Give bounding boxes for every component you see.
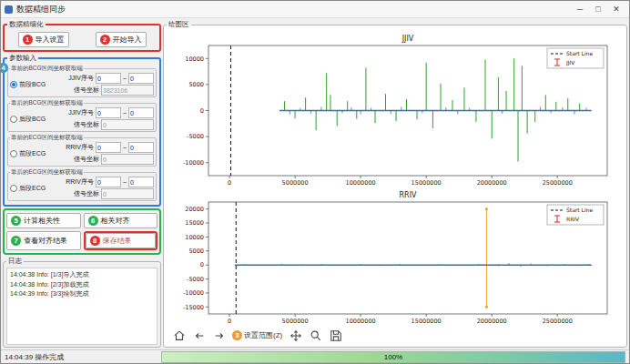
serial-end-input[interactable] [128,107,154,118]
pan-icon[interactable] [289,329,302,342]
signal-coord-input[interactable] [101,85,154,96]
window-title: 数据精细同步 [16,4,571,15]
svg-text:20000000: 20000000 [477,318,507,325]
main-area: 数据精细化 1 导入设置 2 开始导入 参数输入 4 靠前的BCG区间坐标获取 [1,18,629,349]
svg-text:-10000: -10000 [183,159,204,167]
svg-text:5000000: 5000000 [282,318,309,325]
radio-label: 后段ECG [19,184,46,193]
group-log: 日志 14:04:38 Info: [1/3]导入完成 14:04:38 Inf… [3,257,161,348]
home-icon[interactable] [172,329,186,342]
serial-label: RRIV序号 [66,143,94,152]
svg-text:5000000: 5000000 [282,179,309,187]
signal-coord-input[interactable] [101,119,154,130]
svg-text:Start Line: Start Line [566,207,593,213]
signal-coord-input[interactable] [101,188,154,199]
forward-icon[interactable] [212,329,226,342]
step-badge-7: 7 [11,236,21,246]
step-badge-3: 3 [232,330,242,340]
group-plot-area: 绘图区 -10000-50000500010000050000001000000… [163,20,627,348]
plot-toolbar: 3 设置范围(Z) [167,326,624,345]
serial-start-input[interactable] [96,142,121,153]
set-range-control[interactable]: 3 设置范围(Z) [232,330,282,340]
compute-correlation-label: 计算相关性 [24,216,60,226]
radio-label: 前段BCG [19,80,46,89]
log-line: 14:04:38 Info: [1/3]导入完成 [10,270,154,280]
param-group-rear-ecg: 靠后的ECG区间坐标获取端 后段ECG RRIV序号 ~ [7,168,157,201]
radio-rear-ecg[interactable]: 后段ECG [10,184,56,193]
radio-icon[interactable] [10,116,17,123]
param-group-title: 靠前的BCG区间坐标获取端 [10,65,84,73]
svg-text:0: 0 [228,318,231,325]
svg-text:25000000: 25000000 [543,318,573,325]
save-result-highlight: 8 保存结果 [84,231,158,250]
svg-text:0: 0 [200,107,204,115]
signal-coord-input[interactable] [101,154,154,165]
svg-text:Start Line: Start Line [566,50,593,56]
log-line: 14:04:38 Info: [2/3]加载完成 [10,280,154,290]
radio-front-bcg[interactable]: 前段BCG [10,80,56,89]
param-group-title: 靠后的BCG区间坐标获取端 [10,99,84,107]
svg-text:20000: 20000 [185,206,204,213]
import-settings-button[interactable]: 1 导入设置 [18,32,69,47]
radio-label: 后段BCG [19,115,46,124]
svg-text:-5000: -5000 [187,133,204,140]
right-panel: 绘图区 -10000-50000500010000050000001000000… [163,20,627,348]
serial-label: RRIV序号 [66,177,94,187]
group-parameters: 参数输入 4 靠前的BCG区间坐标获取端 前段BCG JJIV序号 [3,54,161,207]
signal-coord-label: 信号坐标 [74,120,99,129]
serial-label: JJIV序号 [68,108,94,117]
svg-text:10000: 10000 [185,56,204,63]
view-align-result-button[interactable]: 7 查看对齐结果 [6,231,81,250]
svg-text:-15000: -15000 [183,304,204,311]
step-badge-6: 6 [88,216,98,226]
view-align-result-label: 查看对齐结果 [24,236,67,246]
param-group-title: 靠前的ECG区间坐标获取端 [10,134,84,142]
serial-start-input[interactable] [96,177,121,187]
svg-text:5000: 5000 [188,81,204,88]
serial-label: JJIV序号 [68,74,94,83]
signal-coord-label: 信号坐标 [74,86,99,95]
left-panel: 数据精细化 1 导入设置 2 开始导入 参数输入 4 靠前的BCG区间坐标获取 [3,20,161,348]
radio-icon[interactable] [10,185,17,192]
svg-text:-10000: -10000 [183,289,204,297]
svg-text:10000000: 10000000 [346,179,376,187]
svg-text:25000000: 25000000 [543,179,573,187]
serial-end-input[interactable] [128,73,154,84]
signal-coord-label: 信号坐标 [74,155,99,164]
step-badge-8: 8 [90,236,100,246]
compute-correlation-button[interactable]: 5 计算相关性 [6,213,81,228]
radio-rear-bcg[interactable]: 后段BCG [10,115,56,124]
minimize-button[interactable]: ─ [571,5,589,14]
radio-label: 前段ECG [19,149,46,158]
radio-icon[interactable] [10,150,17,157]
serial-start-input[interactable] [96,73,121,84]
tilde-separator: ~ [123,76,127,82]
close-button[interactable]: ✕ [607,5,625,14]
step-badge-2: 2 [100,35,110,45]
save-result-button[interactable]: 8 保存结果 [86,233,157,248]
svg-text:RRIV: RRIV [400,191,417,199]
serial-start-input[interactable] [96,107,121,118]
tilde-separator: ~ [123,110,127,116]
svg-text:RRIV: RRIV [566,216,580,222]
serial-end-input[interactable] [128,177,154,187]
zoom-icon[interactable] [309,329,322,342]
radio-icon[interactable] [10,81,17,88]
start-import-button[interactable]: 2 开始导入 [96,32,147,47]
tilde-separator: ~ [123,179,127,186]
correlation-align-button[interactable]: 6 相关对齐 [84,213,158,228]
set-range-label: 设置范围(Z) [244,330,282,340]
param-group-front-ecg: 靠前的ECG区间坐标获取端 前段ECG RRIV序号 ~ [7,134,157,167]
back-icon[interactable] [192,329,206,342]
save-figure-icon[interactable] [329,329,342,342]
serial-end-input[interactable] [128,142,154,153]
status-message: 14:04:39 操作完成 [5,352,161,362]
maximize-button[interactable]: □ [589,5,607,14]
group-log-title: 日志 [6,257,24,266]
save-result-label: 保存结果 [103,236,132,246]
svg-text:JJIV: JJIV [565,59,575,66]
status-bar: 14:04:39 操作完成 100% [1,349,629,363]
svg-text:10000000: 10000000 [346,318,376,325]
radio-front-ecg[interactable]: 前段ECG [10,149,56,158]
group-data-refine-title: 数据精细化 [7,20,46,29]
